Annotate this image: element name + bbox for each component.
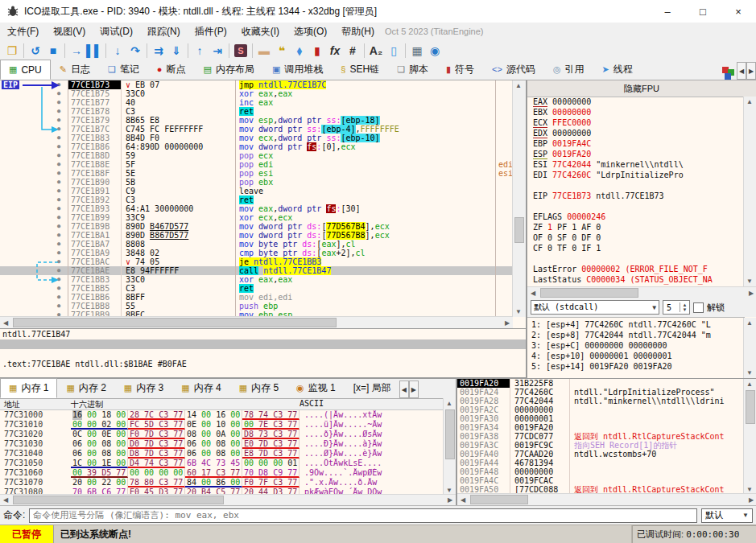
disasm-row[interactable]: ●77CE1BA1890D B867D577mov dword ptr ds:[… xyxy=(0,231,513,240)
breakpoint-dot[interactable]: ● xyxy=(50,80,68,89)
breakpoint-dot[interactable]: ● xyxy=(50,266,68,275)
breakpoint-dot[interactable]: ● xyxy=(50,240,68,249)
disasm-row[interactable]: ●77CE1B9933C9xor ecx,ecx xyxy=(0,213,513,222)
disasm-row[interactable]: ●77CE1B905Bpop ebx xyxy=(0,178,513,187)
hide-fpu-button[interactable]: 隐藏FPU xyxy=(527,80,756,97)
menu-item-5[interactable]: 收藏夹(I) xyxy=(234,25,287,39)
breakpoint-dot[interactable]: ● xyxy=(50,204,68,213)
menu-item-7[interactable]: 帮助(H) xyxy=(334,25,382,39)
disasm-row[interactable]: ●77CE1BB333C0xor eax,eax xyxy=(0,275,513,284)
tab-script[interactable]: ❏脚本 xyxy=(388,60,437,80)
register-line[interactable]: EIP 77CE1B73 ntdll.77CE1B73 xyxy=(533,191,745,201)
tab-dump-2[interactable]: ▦内存 2 xyxy=(57,378,114,398)
fx-icon[interactable]: fx xyxy=(326,42,344,60)
globe-icon[interactable]: ◉ xyxy=(426,42,444,60)
breakpoint-dot[interactable]: ● xyxy=(50,160,68,169)
disasm-row[interactable]: ●77CE1B8D59pop ecx xyxy=(0,151,513,160)
hash-icon[interactable]: # xyxy=(344,42,361,60)
disasm-row[interactable]: ●77CE1B8F5Epop esiesi xyxy=(0,169,513,178)
breakpoint-dot[interactable]: ● xyxy=(50,257,68,266)
stack-row[interactable]: 0019FA340019FA20 xyxy=(457,423,756,432)
dump-row[interactable]: 77C310200C 00 0E 00F0 7D C3 7708 00 0A 0… xyxy=(0,430,456,439)
register-line[interactable]: EDX 00000000 xyxy=(533,128,745,138)
register-list[interactable]: EAX 00000000EBX 00000000ECX FFEC0000EDX … xyxy=(527,97,745,286)
menu-item-1[interactable]: 视图(V) xyxy=(46,25,93,39)
stack-vertical-scrollbar[interactable]: ▲ ▼ xyxy=(743,379,756,495)
stop-icon[interactable]: ■ xyxy=(44,42,62,60)
disasm-row[interactable]: ●77CE1BAC∨ 74 05je ntdll.77CE1BB3 xyxy=(0,257,513,266)
calculator-icon[interactable]: ▦ xyxy=(408,42,426,60)
step-into-icon[interactable]: ↓ xyxy=(109,42,126,60)
stack-horizontal-scrollbar[interactable]: ◀ ▶ xyxy=(457,493,756,505)
dump-row[interactable]: 77C3104006 00 08 00D8 7D C3 7706 00 08 0… xyxy=(0,449,456,459)
command-profile-dropdown[interactable]: 默认 ▼ xyxy=(701,508,753,523)
breakpoint-dot[interactable]: ● xyxy=(50,187,68,195)
stack-row[interactable]: 0019FA3877CDC077返回到 ntdll.RtlCaptureStac… xyxy=(457,432,756,441)
register-line[interactable]: ZF 1 PF 1 AF 0 xyxy=(533,222,745,232)
tab-dump-4[interactable]: ▦内存 4 xyxy=(172,378,229,398)
tab-watch-1[interactable]: ◉监视 1 xyxy=(287,378,345,398)
menu-item-6[interactable]: 选项(O) xyxy=(287,25,334,39)
breakpoint-dot[interactable]: ● xyxy=(50,178,68,187)
disasm-horizontal-scrollbar[interactable]: ◀ ▶ xyxy=(0,316,513,328)
register-line[interactable]: ECX FFEC0000 xyxy=(533,117,745,128)
disasm-row[interactable]: ●77CE1B78C3ret xyxy=(0,107,513,116)
breakpoint-list-icon[interactable]: ▮ xyxy=(308,42,326,60)
stack-rows[interactable]: 0019FA2031B225F80019FA2477C4260Cntdll."L… xyxy=(457,379,756,495)
breakpoint-dot[interactable]: ● xyxy=(50,231,68,240)
stack-row[interactable]: 0019FA4800000000 xyxy=(457,467,756,476)
disasm-row[interactable]: ●77CE1BA93848 02cmp byte ptr ds:[eax+2],… xyxy=(0,249,513,257)
stack-row[interactable]: 0019FA4C0019FCAC xyxy=(457,476,756,485)
dump-horizontal-scrollbar[interactable]: ◀ ▶ xyxy=(0,494,456,505)
argument-line[interactable]: 1: [esp+4] 77C4260C ntdll.77C4260C "L xyxy=(531,319,745,330)
disasm-row[interactable]: ●77CE1B798B65 E8mov esp,dword ptr ss:[eb… xyxy=(0,116,513,125)
breakpoint-dot[interactable]: ● xyxy=(50,293,68,302)
disasm-row[interactable]: ●77CE1BB5C3ret xyxy=(0,284,513,293)
disasm-row[interactable]: ●77CE1B92C3ret xyxy=(0,195,513,204)
stack-row[interactable]: 0019FA4446781394 xyxy=(457,459,756,467)
close-button[interactable]: × xyxy=(721,0,756,23)
register-line[interactable]: EBP 0019FA4C xyxy=(533,138,745,149)
dump-row[interactable]: 77C3106000 39 D5 7700 00 00 0060 17 C3 7… xyxy=(0,468,456,478)
tab-source[interactable]: <>源代码 xyxy=(483,60,544,80)
tab-references[interactable]: ◎引用 xyxy=(544,60,593,80)
registers-vertical-scrollbar[interactable]: ▲ ▼ xyxy=(743,97,756,286)
dump-row[interactable]: 77C3107020 00 22 0078 80 C3 7784 00 86 0… xyxy=(0,478,456,487)
stack-row[interactable]: 0019FA2031B225F8 xyxy=(457,379,756,388)
register-line[interactable]: EBX 00000000 xyxy=(533,107,745,117)
tab-log[interactable]: ✎日志 xyxy=(51,60,99,80)
tab-call-stack[interactable]: ▣调用堆栈 xyxy=(263,60,332,80)
arguments-vertical-scrollbar[interactable]: ▲ ▼ xyxy=(743,318,756,378)
stack-row[interactable]: 0019FA4077CAAD20ntdll.wcstombs+70 xyxy=(457,450,756,459)
menu-item-2[interactable]: 调试(D) xyxy=(93,25,140,39)
stack-row[interactable]: 0019FA2877C42044ntdll."minkernel\\ntdll\… xyxy=(457,397,756,405)
disasm-row[interactable]: ●77CE1B7533C0xor eax,eax xyxy=(0,89,513,98)
tab-locals[interactable]: [x=] 局部 xyxy=(345,378,399,398)
tab-memory-map[interactable]: ▤内存布局 xyxy=(195,60,263,80)
disasm-row[interactable]: ●77CE1BB855push ebp xyxy=(0,302,513,311)
register-line[interactable]: LastError 00000002 (ERROR_FILE_NOT_F xyxy=(533,264,745,274)
breakpoint-dot[interactable]: ● xyxy=(50,89,68,98)
dump-row[interactable]: 77C310501C 00 1E 00D4 74 C3 776B 4C 73 4… xyxy=(0,459,456,468)
tab-threads[interactable]: ➤线程 xyxy=(593,60,642,80)
stack-row[interactable]: 0019FA2C00000000 xyxy=(457,405,756,414)
minimize-button[interactable]: – xyxy=(650,0,685,23)
tab-cpu[interactable]: ▦CPU xyxy=(0,60,51,80)
argument-line[interactable]: 4: [esp+10] 00000001 00000001 xyxy=(531,351,745,361)
disasm-row[interactable]: ●77CE1B8664:890D 00000000mov dword ptr f… xyxy=(0,142,513,151)
argument-line[interactable]: 5: [esp+14] 0019FA20 0019FA20 xyxy=(531,361,745,372)
register-line[interactable]: EDI 77C4260C "LdrpInitializePro xyxy=(533,170,745,180)
breakpoint-dot[interactable]: ● xyxy=(50,169,68,178)
tab-symbols[interactable]: ▮符号 xyxy=(437,60,483,80)
breakpoint-dot[interactable]: ● xyxy=(50,195,68,204)
command-input[interactable] xyxy=(29,508,697,523)
disasm-row[interactable]: ●77CE1B9364:A1 30000000mov eax,dword ptr… xyxy=(0,204,513,213)
dump-row[interactable]: 77C3103006 00 08 00D0 7D C3 7706 00 08 0… xyxy=(0,439,456,449)
step-over-icon[interactable]: ↷ xyxy=(126,42,144,60)
disasm-row[interactable]: ●77CE1BAEE8 94FFFFFFcall ntdll.77CE1B47 xyxy=(0,266,513,275)
register-line[interactable]: OF 0 SF 0 DF 0 xyxy=(533,232,745,243)
step-out-icon[interactable]: ↑ xyxy=(191,42,209,60)
dump-row[interactable]: 77C3101000 00 02 00FC 5D C3 770E 00 10 0… xyxy=(0,420,456,430)
disassembly-panel[interactable]: ●77CE1B73∨ EB 07jmp ntdll.77CE1B7C●77CE1… xyxy=(0,80,527,328)
patch-icon[interactable]: ▬ xyxy=(255,42,273,60)
